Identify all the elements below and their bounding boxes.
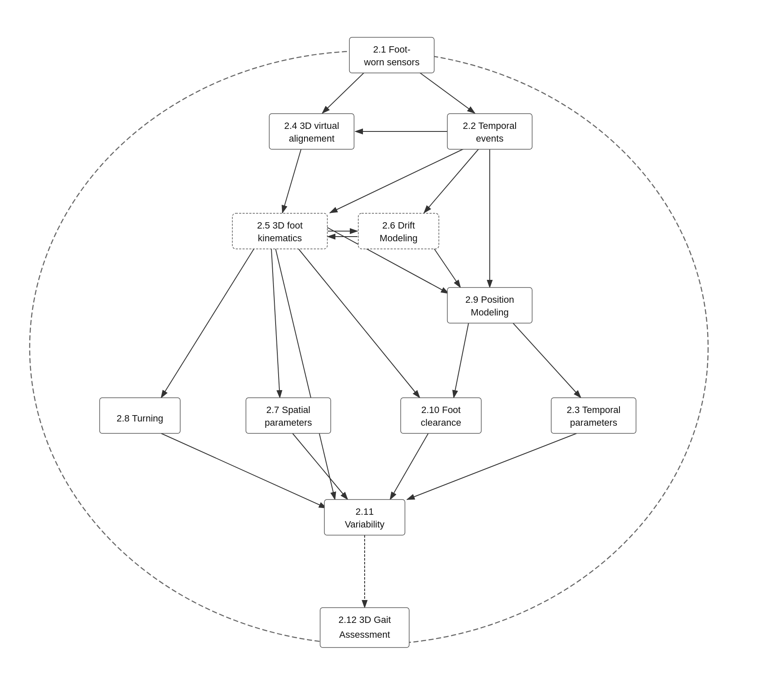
node-29 [447, 287, 532, 323]
arrow-25-210 [297, 247, 420, 398]
node-26-label: 2.6 Drift [382, 220, 415, 231]
arrow-22-25 [330, 148, 466, 213]
node-26-label2: Modeling [379, 233, 417, 243]
arrow-27-211 [293, 433, 348, 500]
node-211-label: 2.11 [356, 506, 374, 517]
node-24-label2: alignement [289, 133, 335, 144]
node-211 [324, 500, 405, 535]
node-28-label: 2.8 Turning [117, 413, 163, 424]
arrow-24-25 [282, 149, 301, 213]
arrow-21-24 [322, 72, 365, 113]
node-27-label2: parameters [265, 417, 312, 428]
arrow-23-211 [407, 433, 577, 500]
node-212-label2: Assessment [339, 629, 390, 640]
node-25 [232, 213, 327, 249]
node-210 [401, 398, 481, 433]
node-22 [447, 114, 532, 149]
node-212 [320, 608, 409, 648]
node-212-label: 2.12 3D Gait [338, 614, 391, 625]
arrow-29-210 [454, 323, 469, 398]
diagram-container: 2.1 Foot- worn sensors 2.2 Temporal even… [0, 0, 784, 695]
node-23 [551, 398, 636, 433]
arrow-25-27 [271, 249, 280, 398]
node-22-label2: events [476, 133, 504, 144]
node-22-label: 2.2 Temporal [463, 120, 517, 131]
node-29-label: 2.9 Position [466, 294, 514, 305]
arrow-25-28 [161, 248, 254, 398]
arrow-22-26 [424, 148, 479, 213]
node-26 [358, 213, 439, 249]
arrow-210-211 [390, 433, 428, 500]
node-23-label: 2.3 Temporal [567, 405, 621, 415]
node-24-label: 2.4 3D virtual [284, 120, 339, 131]
node-21-label: 2.1 Foot- [373, 44, 410, 55]
node-21-label2: worn sensors [364, 57, 420, 67]
node-210-label: 2.10 Foot [421, 405, 461, 415]
node-27 [246, 398, 331, 433]
outer-ellipse [30, 51, 708, 645]
arrow-25-211 [276, 249, 335, 500]
node-211-label2: Variability [345, 519, 385, 530]
node-25-label2: kinematics [258, 233, 302, 243]
node-25-label: 2.5 3D foot [257, 220, 303, 231]
node-24 [269, 114, 354, 149]
node-21 [349, 37, 434, 73]
arrow-29-23 [513, 323, 581, 398]
node-29-label2: Modeling [471, 307, 508, 318]
node-27-label: 2.7 Spatial [266, 405, 310, 415]
node-23-label2: parameters [570, 417, 617, 428]
node-210-label2: clearance [421, 417, 461, 428]
arrow-21-22 [419, 72, 475, 113]
